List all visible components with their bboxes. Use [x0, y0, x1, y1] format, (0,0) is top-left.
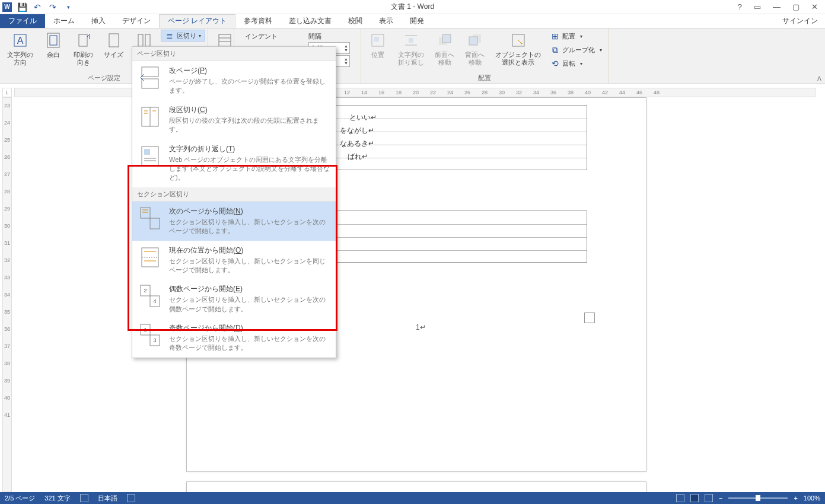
- text-direction-icon: A: [11, 31, 30, 50]
- status-macro-icon[interactable]: [127, 494, 135, 502]
- tab-file[interactable]: ファイル: [0, 14, 45, 28]
- status-word-count[interactable]: 321 文字: [44, 494, 70, 503]
- break-option-icon: [138, 105, 162, 129]
- break-option-continuous[interactable]: 現在の位置から開始(O)セクション区切りを挿入し、新しいセクションを同じページで…: [132, 241, 336, 280]
- ribbon-display-button[interactable]: ▭: [751, 2, 763, 11]
- ruler-tick: 39: [3, 378, 11, 384]
- help-button[interactable]: ?: [735, 2, 744, 11]
- word-app-icon: W: [2, 2, 12, 12]
- tab-insert[interactable]: 挿入: [83, 14, 114, 28]
- signin-link[interactable]: サインイン: [782, 14, 825, 28]
- collapse-ribbon-button[interactable]: ᐱ: [817, 75, 821, 82]
- break-option-icon: [138, 66, 162, 90]
- view-readmode-button[interactable]: [676, 494, 684, 502]
- qat-customize-icon[interactable]: ▾: [63, 2, 74, 12]
- ruler-tick: 28: [3, 189, 11, 194]
- svg-rect-29: [144, 149, 150, 155]
- text-direction-button[interactable]: A 文字列の 方向: [2, 30, 38, 70]
- zoom-in-button[interactable]: +: [794, 495, 797, 502]
- wrap-icon: [402, 31, 421, 50]
- selection-pane-button[interactable]: オブジェクトの 選択と表示: [490, 30, 546, 70]
- ruler-tick: 25: [3, 137, 11, 143]
- tab-review[interactable]: 校閲: [340, 14, 371, 28]
- status-bar: 2/5 ページ 321 文字 日本語 − + 100%: [0, 492, 825, 504]
- break-option-even-page[interactable]: 24偶数ページから開始(E)セクション区切りを挿入し、新しいセクションを次の偶数…: [132, 279, 336, 318]
- svg-rect-4: [79, 34, 87, 46]
- ruler-tick: 38: [568, 88, 574, 97]
- align-icon: ⊞: [550, 31, 560, 41]
- restore-button[interactable]: ▢: [790, 2, 802, 11]
- group-arrange: 位置 文字列の 折り返し 前面へ 移動 背面へ 移動 オブジェクトの 選択と表示…: [361, 28, 609, 83]
- break-option-desc: 段区切りの後の文字列は次の段の先頭に配置されます。: [169, 116, 330, 135]
- save-button[interactable]: 💾: [17, 2, 27, 12]
- undo-button[interactable]: ↶: [32, 2, 43, 12]
- position-button[interactable]: 位置: [364, 30, 392, 70]
- dropdown-header-page-breaks: ページ区切り: [132, 47, 336, 61]
- ruler-tick: 40: [585, 88, 591, 97]
- size-button[interactable]: サイズ: [99, 30, 128, 70]
- ruler-tick: 34: [533, 88, 539, 97]
- orientation-icon: [74, 31, 93, 50]
- svg-rect-21: [142, 67, 158, 76]
- ribbon: A 文字列の 方向 余白 印刷の 向き サイズ 段組み: [0, 28, 825, 84]
- ruler-tick: 18: [396, 88, 402, 97]
- small-box: [584, 312, 595, 323]
- break-option-text-wrapping[interactable]: 文字列の折り返し(T)Web ページのオブジェクトの周囲にある文字列を分離します…: [132, 139, 336, 187]
- status-proofing-icon[interactable]: [80, 494, 88, 502]
- ruler-tick: 24: [447, 88, 453, 97]
- ruler-tick: 36: [550, 88, 556, 97]
- rotate-icon: ⟲: [550, 59, 560, 68]
- ruler-tick: 16: [378, 88, 384, 97]
- svg-rect-6: [138, 34, 143, 46]
- tab-view[interactable]: 表示: [371, 14, 402, 28]
- zoom-out-button[interactable]: −: [719, 495, 722, 502]
- zoom-slider[interactable]: [728, 497, 788, 499]
- bring-forward-button[interactable]: 前面へ 移動: [430, 30, 459, 70]
- break-option-icon: 13: [138, 323, 162, 347]
- tab-home[interactable]: ホーム: [45, 14, 83, 28]
- ruler-tick: 33: [3, 275, 11, 280]
- tab-design[interactable]: デザイン: [114, 14, 159, 28]
- redo-button[interactable]: ↷: [47, 2, 58, 12]
- view-print-button[interactable]: [690, 494, 699, 502]
- tab-mailings[interactable]: 差し込み文書: [281, 14, 340, 28]
- break-option-title: 現在の位置から開始(O): [169, 245, 330, 256]
- zoom-level[interactable]: 100%: [804, 495, 820, 502]
- tab-developer[interactable]: 開発: [402, 14, 432, 28]
- break-option-column[interactable]: 段区切り(C)段区切りの後の文字列は次の段の先頭に配置されます。: [132, 100, 336, 139]
- rotate-button[interactable]: ⟲回転▾: [547, 57, 606, 70]
- break-option-next-page[interactable]: 次のページから開始(N)セクション区切りを挿入し、新しいセクションを次のページで…: [132, 202, 336, 241]
- minimize-button[interactable]: —: [770, 2, 783, 11]
- tab-references[interactable]: 参考資料: [235, 14, 281, 28]
- margins-button[interactable]: 余白: [39, 30, 68, 70]
- break-option-odd-page[interactable]: 13奇数ページから開始(D)セクション区切りを挿入し、新しいセクションを次の奇数…: [132, 318, 336, 358]
- break-option-page[interactable]: 改ページ(P)ページが終了し、次のページが開始する位置を登録します。: [132, 61, 336, 100]
- break-option-desc: セクション区切りを挿入し、新しいセクションを次の偶数ページで開始します。: [169, 295, 330, 314]
- ruler-tick: 26: [464, 88, 470, 97]
- break-option-desc: セクション区切りを挿入し、新しいセクションを次のページで開始します。: [169, 218, 330, 236]
- wrap-text-button[interactable]: 文字列の 折り返し: [393, 30, 429, 70]
- svg-rect-8: [219, 34, 231, 46]
- break-option-title: 奇数ページから開始(D): [169, 323, 330, 333]
- view-web-button[interactable]: [705, 494, 713, 502]
- status-language[interactable]: 日本語: [98, 494, 117, 503]
- tab-page-layout[interactable]: ページ レイアウト: [159, 14, 235, 28]
- align-button[interactable]: ⊞配置▾: [547, 30, 606, 43]
- position-icon: [368, 31, 387, 50]
- group-button[interactable]: ⧉グループ化▾: [547, 43, 606, 56]
- send-backward-button[interactable]: 背面へ 移動: [460, 30, 489, 70]
- orientation-button[interactable]: 印刷の 向き: [69, 30, 98, 70]
- vertical-ruler[interactable]: 23242526272829303132333435363738394041: [2, 97, 12, 492]
- breaks-button[interactable]: ≣ 区切り ▾: [161, 30, 205, 42]
- break-option-title: 次のページから開始(N): [169, 206, 330, 216]
- close-button[interactable]: ✕: [809, 2, 820, 11]
- status-page[interactable]: 2/5 ページ: [5, 494, 35, 503]
- svg-rect-33: [150, 218, 160, 229]
- ruler-tick: 38: [3, 361, 11, 366]
- title-bar: W 💾 ↶ ↷ ▾ 文書 1 - Word ? ▭ — ▢ ✕: [0, 0, 825, 14]
- ruler-tick: 37: [3, 343, 11, 349]
- ruler-tick: 29: [3, 206, 11, 212]
- doc-line-3: なあるき↵: [340, 139, 374, 149]
- margins-icon: [44, 31, 63, 50]
- quick-access-toolbar: W 💾 ↶ ↷ ▾: [0, 2, 74, 12]
